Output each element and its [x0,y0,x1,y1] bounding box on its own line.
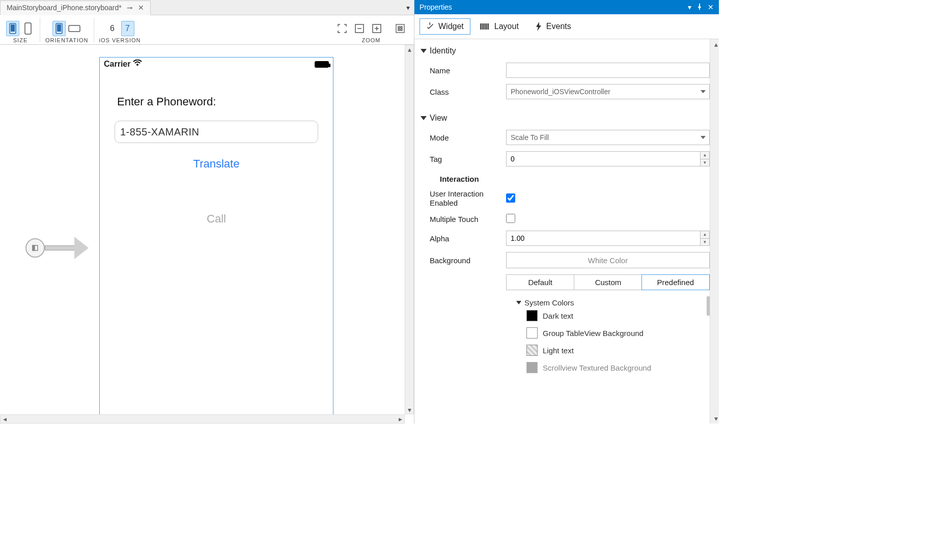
ios7-button[interactable]: 7 [121,21,134,36]
battery-icon [315,61,329,68]
tag-stepper[interactable]: ▲▼ [700,152,709,166]
orientation-landscape-button[interactable] [68,21,81,36]
syscolors-toggle[interactable]: System Colors [516,298,710,307]
seg-default[interactable]: Default [507,275,574,290]
size-small-button[interactable] [6,21,19,36]
svg-rect-5 [57,24,61,32]
tag-input[interactable] [506,151,710,166]
section-view-label: View [430,114,447,123]
orientation-group: ORIENTATION [43,19,91,44]
row-alpha: Alpha ▲▼ [420,228,710,249]
color-item[interactable]: Scrollview Textured Background [516,359,710,376]
section-identity[interactable]: Identity [420,42,710,60]
scroll-right-icon[interactable]: ▸ [396,415,404,423]
phoneword-input[interactable] [115,121,318,143]
phoneword-heading: Enter a Phoneword: [117,95,333,108]
uie-checkbox[interactable] [506,193,515,203]
tab-layout-label: Layout [494,22,519,31]
scroll-down-icon[interactable]: ▾ [405,406,413,414]
color-swatch-icon [526,310,538,321]
orientation-caption: ORIENTATION [45,37,89,43]
window-pin-icon[interactable] [696,3,703,11]
row-colorsource: Default Custom Predefined [420,271,710,293]
row-name: Name [420,60,710,81]
step-up-icon[interactable]: ▲ [701,152,709,159]
constraints-icon[interactable] [393,21,408,36]
svg-rect-14 [480,23,481,30]
uie-label: User Interaction Enabled [430,189,506,208]
seg-custom[interactable]: Custom [574,275,641,290]
close-icon[interactable]: ✕ [138,4,144,12]
seg-predefined[interactable]: Predefined [641,274,710,290]
mode-select[interactable] [506,130,710,145]
tab-events[interactable]: Events [528,18,578,35]
svg-rect-10 [396,24,404,33]
ios6-button[interactable]: 6 [106,21,119,36]
properties-titlebar: Properties ▾ ✕ [414,0,719,14]
section-view[interactable]: View [420,109,710,127]
zoom-in-icon[interactable] [369,21,384,36]
color-name: Dark text [543,312,573,320]
name-input[interactable] [506,63,710,78]
caret-down-icon [421,49,427,53]
caret-down-icon [516,301,521,304]
background-color-button[interactable]: White Color [506,252,710,268]
scroll-left-icon[interactable]: ◂ [1,415,9,423]
window-close-icon[interactable]: ✕ [708,3,714,11]
mode-label: Mode [430,133,506,142]
properties-panel: Properties ▾ ✕ Widget Layout Events Iden… [414,0,719,424]
interaction-heading: Interaction [420,170,710,186]
status-carrier: Carrier [104,60,142,69]
canvas-horizontal-scrollbar[interactable]: ◂ ▸ [0,414,405,424]
initial-viewcontroller-arrow[interactable] [25,238,75,258]
color-name: Light text [543,346,574,355]
call-button[interactable]: Call [100,198,333,230]
iosversion-caption: iOS VERSION [99,37,141,43]
step-up-icon[interactable]: ▲ [701,231,709,239]
zoom-group: ZOOM [332,19,410,44]
svg-rect-16 [483,23,484,30]
size-group: SIZE [4,19,37,44]
zoom-out-icon[interactable] [352,21,367,36]
color-item[interactable]: Light text [516,342,710,359]
scroll-up-icon[interactable]: ▴ [714,40,718,48]
properties-title: Properties [420,3,452,11]
step-down-icon[interactable]: ▼ [701,159,709,166]
orientation-portrait-button[interactable] [52,21,66,36]
step-down-icon[interactable]: ▼ [701,239,709,246]
svg-rect-18 [486,23,487,30]
row-tag: Tag ▲▼ [420,148,710,170]
zoom-fit-icon[interactable] [334,21,350,36]
alpha-input[interactable] [506,231,710,246]
row-multipletouch: Multiple Touch [420,211,710,228]
syscolors-label: System Colors [524,298,574,307]
color-item[interactable]: Group TableView Background [516,324,710,342]
size-large-button[interactable] [21,21,35,36]
alpha-stepper[interactable]: ▲▼ [700,231,709,245]
scroll-down-icon[interactable]: ▾ [714,414,718,423]
properties-body[interactable]: Identity Name Class View Mode Tag [414,39,719,424]
scroll-up-icon[interactable]: ▴ [405,45,413,53]
properties-vertical-scrollbar[interactable]: ▴ ▾ [710,39,719,424]
mt-checkbox[interactable] [506,214,515,223]
translate-button[interactable]: Translate [100,143,333,175]
row-mode: Mode [420,127,710,148]
svg-rect-3 [26,24,30,32]
color-item[interactable]: Dark text [516,307,710,324]
device-frame[interactable]: Carrier Enter a Phoneword: Translate Cal… [99,57,333,414]
tag-label: Tag [430,155,506,163]
canvas-vertical-scrollbar[interactable]: ▴ ▾ [405,45,414,414]
svg-point-13 [136,64,138,66]
tab-widget[interactable]: Widget [420,18,470,35]
tab-overflow-icon[interactable]: ▾ [402,4,414,12]
properties-tabs: Widget Layout Events [414,14,719,39]
class-select[interactable] [506,84,710,99]
pin-icon[interactable]: ⊸ [127,4,133,12]
tab-widget-label: Widget [438,22,464,31]
tab-layout[interactable]: Layout [473,18,525,35]
design-canvas[interactable]: Carrier Enter a Phoneword: Translate Cal… [0,45,405,414]
document-tab[interactable]: MainStoryboard_iPhone.storyboard* ⊸ ✕ [0,1,151,15]
window-menu-icon[interactable]: ▾ [688,3,691,11]
size-caption: SIZE [13,37,27,43]
mt-label: Multiple Touch [430,215,506,223]
